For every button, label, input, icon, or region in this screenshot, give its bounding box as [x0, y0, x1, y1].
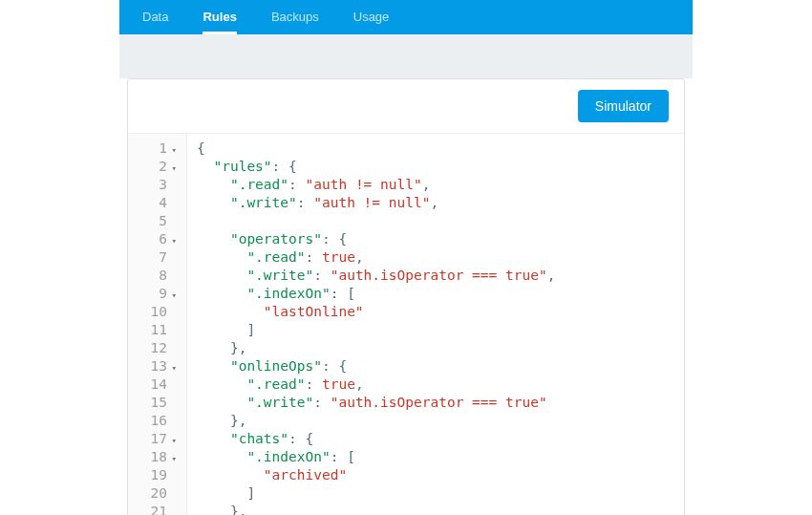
code-line[interactable]: ".read": true,: [197, 248, 555, 267]
code-line[interactable]: "lastOnline": [197, 303, 555, 321]
gutter-line: 21: [128, 503, 186, 515]
code-line[interactable]: ]: [197, 484, 555, 503]
tab-usage[interactable]: Usage: [353, 0, 390, 34]
tab-backups[interactable]: Backups: [271, 0, 319, 34]
code-line[interactable]: ".write": "auth.isOperator === true": [197, 394, 555, 412]
simulator-button[interactable]: Simulator: [578, 90, 669, 122]
gutter-line: 9▾: [128, 285, 186, 303]
code-line[interactable]: "onlineOps": {: [197, 357, 555, 376]
page-root: Data Rules Backups Usage Simulator 1▾2▾3…: [0, 0, 812, 515]
code-line[interactable]: ".read": true,: [197, 376, 555, 394]
editor-code[interactable]: { "rules": { ".read": "auth != null", ".…: [187, 134, 555, 515]
gutter-line: 13▾: [128, 357, 186, 376]
gutter-line: 6▾: [128, 230, 186, 248]
gutter-line: 14: [128, 376, 186, 394]
code-line[interactable]: "archived": [197, 466, 555, 484]
gutter-line: 12: [128, 339, 186, 357]
gutter-line: 1▾: [128, 139, 186, 158]
gutter-line: 2▾: [128, 158, 186, 176]
code-line[interactable]: [197, 212, 555, 230]
gutter-line: 16: [128, 412, 186, 430]
code-line[interactable]: },: [197, 339, 555, 357]
editor-gutter: 1▾2▾3456▾789▾10111213▾14151617▾18▾192021: [128, 134, 187, 515]
gutter-line: 11: [128, 321, 186, 339]
card-header: Simulator: [128, 79, 684, 133]
code-line[interactable]: ".indexOn": [: [197, 448, 555, 466]
gutter-line: 17▾: [128, 430, 186, 448]
gutter-line: 8: [128, 267, 186, 285]
rules-card: Simulator 1▾2▾3456▾789▾10111213▾14151617…: [127, 78, 685, 515]
gutter-line: 20: [128, 484, 186, 503]
code-line[interactable]: },: [197, 503, 555, 515]
gutter-line: 15: [128, 394, 186, 412]
subheader-strip: [119, 34, 693, 78]
tab-data[interactable]: Data: [142, 0, 168, 34]
code-line[interactable]: ".write": "auth.isOperator === true",: [197, 267, 555, 285]
gutter-line: 5: [128, 212, 186, 230]
tab-rules[interactable]: Rules: [203, 0, 236, 34]
code-line[interactable]: ".indexOn": [: [197, 285, 555, 303]
tab-bar: Data Rules Backups Usage: [119, 0, 693, 34]
gutter-line: 10: [128, 303, 186, 321]
gutter-line: 4: [128, 194, 186, 212]
code-editor[interactable]: 1▾2▾3456▾789▾10111213▾14151617▾18▾192021…: [128, 133, 684, 515]
code-line[interactable]: },: [197, 412, 555, 430]
code-line[interactable]: "chats": {: [197, 430, 555, 448]
code-line[interactable]: "operators": {: [197, 230, 555, 248]
code-line[interactable]: "rules": {: [197, 158, 555, 176]
gutter-line: 19: [128, 466, 186, 484]
code-line[interactable]: ]: [197, 321, 555, 339]
code-line[interactable]: ".read": "auth != null",: [197, 176, 555, 194]
code-line[interactable]: ".write": "auth != null",: [197, 194, 555, 212]
code-line[interactable]: {: [197, 139, 555, 158]
gutter-line: 7: [128, 248, 186, 267]
gutter-line: 3: [128, 176, 186, 194]
gutter-line: 18▾: [128, 448, 186, 466]
